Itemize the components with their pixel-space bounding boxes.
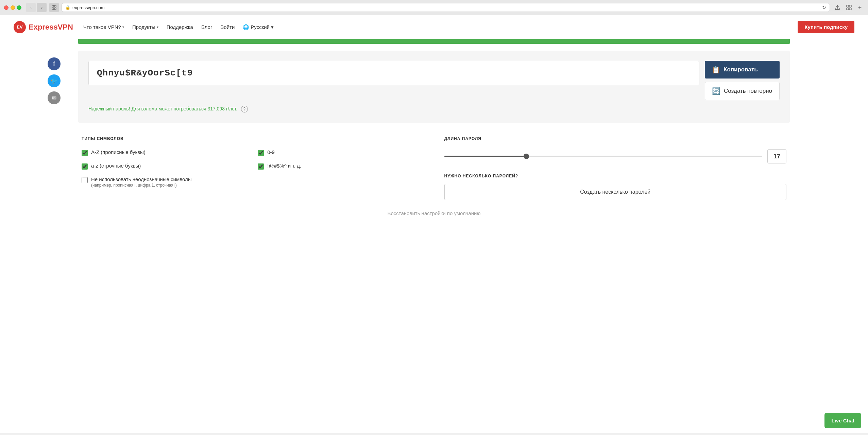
svg-rect-7: [849, 8, 851, 10]
svg-rect-4: [847, 5, 849, 7]
minimize-dot[interactable]: [11, 5, 15, 10]
browser-nav: ‹ ›: [26, 3, 47, 12]
nav-language[interactable]: 🌐 Русский ▾: [243, 24, 274, 30]
logo-icon: EV: [14, 21, 26, 33]
generator-card: Qhnyu$R&yOorSc[t9 📋 Копировать 🔄 Создать…: [78, 51, 790, 123]
symbols-checkbox[interactable]: [258, 163, 264, 170]
live-chat-button[interactable]: Live Chat: [824, 413, 861, 428]
buy-button[interactable]: Купить подписку: [798, 21, 854, 33]
checkbox-lowercase[interactable]: a-z (строчные буквы): [82, 163, 248, 170]
digits-label: 0-9: [267, 149, 275, 155]
length-slider[interactable]: [444, 156, 762, 157]
chevron-icon: ▾: [271, 24, 274, 30]
checkbox-digits[interactable]: 0-9: [258, 149, 424, 156]
chevron-icon: ▾: [157, 25, 158, 29]
regenerate-button[interactable]: 🔄 Создать повторно: [705, 82, 780, 100]
char-types-title: ТИПЫ СИМВОЛОВ: [82, 136, 424, 141]
multi-password-section: НУЖНО НЕСКОЛЬКО ПАРОЛЕЙ? Создать несколь…: [444, 174, 787, 200]
multi-title: НУЖНО НЕСКОЛЬКО ПАРОЛЕЙ?: [444, 174, 787, 178]
copy-button[interactable]: 📋 Копировать: [705, 61, 780, 79]
forward-button[interactable]: ›: [37, 3, 47, 12]
lock-icon: 🔒: [65, 5, 70, 10]
tab-view-button[interactable]: [49, 3, 59, 12]
twitter-icon: 🐦: [51, 78, 57, 84]
window-controls: [4, 5, 21, 10]
multi-password-button[interactable]: Создать несколько паролей: [444, 184, 787, 200]
svg-rect-3: [54, 8, 56, 10]
lowercase-label: a-z (строчные буквы): [91, 163, 141, 169]
maximize-dot[interactable]: [17, 5, 21, 10]
chevron-icon: ▾: [122, 25, 124, 29]
regenerate-icon: 🔄: [712, 87, 720, 95]
checkbox-symbols[interactable]: !@#$%^ и т. д.: [258, 163, 424, 170]
url-text: expressvpn.com: [72, 5, 820, 10]
green-banner: [78, 39, 790, 44]
refresh-icon[interactable]: ↻: [822, 5, 826, 10]
browser-actions: +: [833, 3, 864, 12]
facebook-icon: f: [53, 60, 55, 68]
nav-what-vpn[interactable]: Что такое VPN? ▾: [83, 24, 124, 30]
ambiguous-checkbox[interactable]: [82, 177, 88, 183]
globe-icon: 🌐: [243, 24, 249, 30]
checkbox-ambiguous[interactable]: Не использовать неоднозначные символы (н…: [82, 176, 424, 188]
share-button[interactable]: [833, 3, 842, 12]
browser-chrome: ‹ › 🔒 expressvpn.com ↻: [0, 0, 868, 15]
facebook-button[interactable]: f: [48, 57, 61, 70]
new-tab-button[interactable]: +: [856, 3, 864, 12]
strength-text: Надежный пароль! Для взлома может потреб…: [88, 106, 237, 111]
action-buttons: 📋 Копировать 🔄 Создать повторно: [705, 61, 780, 100]
svg-rect-0: [52, 5, 54, 7]
website-content: EV ExpressVPN Что такое VPN? ▾ Продукты …: [0, 15, 868, 433]
address-bar[interactable]: 🔒 expressvpn.com ↻: [62, 3, 830, 12]
social-sidebar: f 🐦 ✉: [48, 57, 61, 104]
symbols-label: !@#$%^ и т. д.: [267, 163, 301, 169]
length-title: ДЛИНА ПАРОЛЯ: [444, 136, 787, 141]
svg-rect-6: [847, 8, 849, 10]
nav-login[interactable]: Войти: [220, 24, 235, 30]
password-length: ДЛИНА ПАРОЛЯ 17 НУЖНО НЕСКОЛЬКО ПАРОЛЕЙ?…: [444, 136, 787, 200]
svg-rect-2: [52, 8, 54, 10]
svg-rect-1: [54, 5, 56, 7]
ambiguous-sublabel: (например, прописная I, цифра 1, строчна…: [91, 183, 192, 188]
site-header: EV ExpressVPN Что такое VPN? ▾ Продукты …: [0, 15, 868, 39]
ambiguous-label: Не использовать неоднозначные символы: [91, 176, 192, 182]
length-control: 17: [444, 149, 787, 163]
checkbox-grid: A-Z (прописные буквы) 0-9 a-z (строчные …: [82, 149, 424, 188]
email-icon: ✉: [52, 95, 56, 101]
nav-products[interactable]: Продукты ▾: [132, 24, 158, 30]
checkbox-uppercase[interactable]: A-Z (прописные буквы): [82, 149, 248, 156]
twitter-button[interactable]: 🐦: [48, 74, 61, 87]
password-display: Qhnyu$R&yOorSc[t9: [88, 61, 699, 85]
nav-support[interactable]: Поддержка: [167, 24, 193, 30]
main-content: f 🐦 ✉ Qhnyu$R&yOorSc[t9 📋 Копировать �: [0, 44, 868, 230]
nav-blog[interactable]: Блог: [201, 24, 212, 30]
password-row: Qhnyu$R&yOorSc[t9 📋 Копировать 🔄 Создать…: [88, 61, 780, 100]
uppercase-checkbox[interactable]: [82, 150, 88, 156]
length-value: 17: [767, 149, 786, 163]
options-section: ТИПЫ СИМВОЛОВ A-Z (прописные буквы) 0-9: [78, 136, 790, 200]
email-button[interactable]: ✉: [48, 91, 61, 104]
svg-rect-5: [849, 5, 851, 7]
back-button[interactable]: ‹: [26, 3, 36, 12]
lowercase-checkbox[interactable]: [82, 163, 88, 170]
strength-row: Надежный пароль! Для взлома может потреб…: [88, 106, 780, 112]
copy-icon: 📋: [712, 66, 720, 74]
help-button[interactable]: ?: [241, 106, 248, 112]
char-types: ТИПЫ СИМВОЛОВ A-Z (прописные буквы) 0-9: [82, 136, 424, 200]
nav-menu: Что такое VPN? ▾ Продукты ▾ Поддержка Бл…: [83, 24, 788, 30]
fullscreen-button[interactable]: [844, 3, 854, 12]
logo[interactable]: EV ExpressVPN: [14, 21, 73, 33]
close-dot[interactable]: [4, 5, 8, 10]
uppercase-label: A-Z (прописные буквы): [91, 149, 146, 155]
logo-text: ExpressVPN: [29, 23, 73, 32]
digits-checkbox[interactable]: [258, 150, 264, 156]
reset-link[interactable]: Восстановить настройки по умолчанию: [78, 210, 790, 216]
